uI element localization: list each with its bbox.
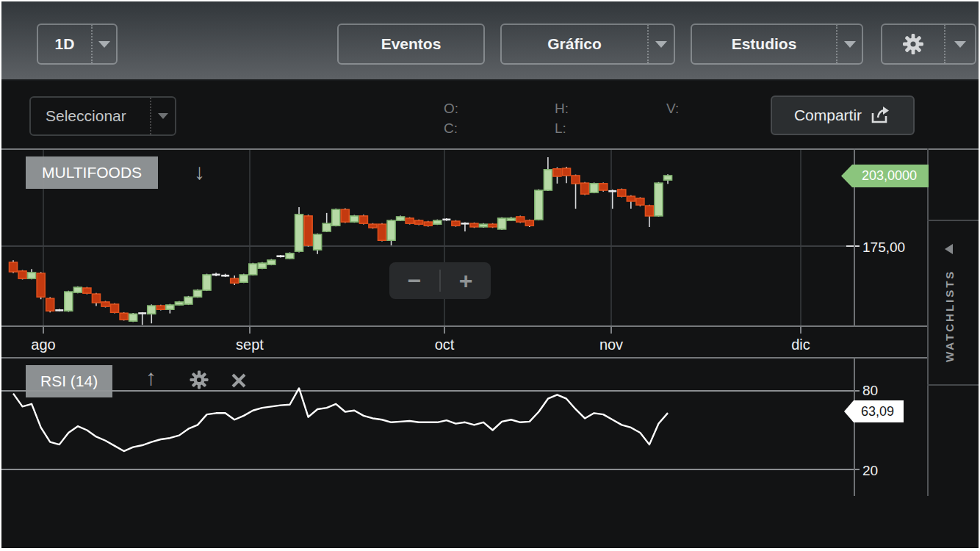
chevron-down-icon bbox=[158, 113, 168, 119]
chart-type-dropdown[interactable] bbox=[647, 25, 674, 63]
chart-type-label[interactable]: Gráfico bbox=[502, 25, 647, 63]
chevron-down-icon bbox=[954, 41, 966, 48]
rsi-upper-label: 80 bbox=[862, 383, 878, 399]
interval-button[interactable]: 1D bbox=[37, 24, 118, 65]
interval-dropdown[interactable] bbox=[91, 25, 116, 63]
time-axis-tick bbox=[444, 327, 445, 334]
time-axis-label: dic bbox=[791, 336, 810, 353]
share-label: Compartir bbox=[794, 107, 862, 124]
chevron-down-icon bbox=[98, 41, 110, 48]
chart-type-button[interactable]: Gráfico bbox=[500, 24, 675, 65]
symbol-select-dropdown[interactable] bbox=[150, 98, 175, 134]
events-button[interactable]: Eventos bbox=[337, 24, 485, 65]
settings-dropdown[interactable] bbox=[944, 25, 975, 63]
high-label: H: bbox=[555, 101, 569, 117]
zoom-control: − + bbox=[389, 262, 491, 299]
sidebar-border bbox=[927, 148, 929, 496]
studies-dropdown[interactable] bbox=[836, 25, 862, 63]
rsi-settings-button[interactable] bbox=[189, 370, 209, 393]
rsi-badge: RSI (14) bbox=[26, 365, 112, 397]
open-label: O: bbox=[444, 101, 458, 117]
rsi-close-button[interactable] bbox=[231, 372, 247, 392]
chart-app: 1D Eventos Gráfico Estudios bbox=[1, 1, 979, 548]
time-axis-tick bbox=[800, 327, 801, 334]
last-price-badge: 203,0000 bbox=[841, 165, 929, 187]
share-button[interactable]: Compartir bbox=[771, 96, 915, 135]
time-axis-tick bbox=[249, 327, 251, 334]
watchlists-tab-top-border bbox=[927, 220, 979, 221]
studies-label[interactable]: Estudios bbox=[692, 25, 836, 63]
chevron-down-icon bbox=[655, 41, 667, 48]
studies-button[interactable]: Estudios bbox=[691, 24, 863, 65]
watchlists-expand-icon[interactable] bbox=[945, 244, 953, 254]
close-label: C: bbox=[444, 120, 458, 137]
zoom-out-button[interactable]: − bbox=[389, 264, 439, 298]
collapse-arrow-icon[interactable]: ↓ bbox=[194, 161, 205, 183]
time-axis-label: sept bbox=[236, 336, 264, 353]
symbol-select-button[interactable]: Seleccionar bbox=[29, 96, 176, 136]
rsi-lower-label: 20 bbox=[862, 463, 878, 479]
screen: 1D Eventos Gráfico Estudios bbox=[0, 0, 980, 551]
time-axis-label: ago bbox=[31, 336, 55, 353]
time-axis-tick bbox=[610, 327, 612, 334]
symbol-select-label[interactable]: Seleccionar bbox=[31, 98, 150, 134]
rsi-axis-line bbox=[854, 357, 855, 496]
share-icon bbox=[869, 105, 891, 126]
chart-bottom-border bbox=[1, 325, 929, 327]
rsi-value-badge: 63,09 bbox=[844, 400, 904, 422]
low-label: L: bbox=[555, 120, 566, 137]
interval-label[interactable]: 1D bbox=[38, 25, 91, 63]
gear-icon[interactable] bbox=[882, 25, 944, 63]
time-axis-label: nov bbox=[599, 336, 623, 353]
price-tick-label: 175,00 bbox=[862, 240, 905, 256]
events-label[interactable]: Eventos bbox=[339, 25, 483, 63]
gear-icon bbox=[189, 370, 209, 390]
zoom-in-button[interactable]: + bbox=[441, 264, 491, 298]
expand-arrow-icon[interactable]: ↑ bbox=[145, 367, 156, 389]
settings-button[interactable] bbox=[881, 24, 976, 65]
rsi-chart[interactable] bbox=[1, 359, 868, 496]
chevron-down-icon bbox=[844, 41, 856, 48]
watchlists-tab-bottom-border bbox=[927, 384, 979, 386]
time-axis-tick bbox=[43, 327, 44, 334]
watchlists-tab[interactable]: WATCHLISTS bbox=[943, 262, 964, 370]
top-toolbar: 1D Eventos Gráfico Estudios bbox=[1, 1, 979, 81]
close-icon bbox=[231, 372, 247, 389]
time-axis-label: oct bbox=[435, 336, 455, 353]
symbol-badge: MULTIFOODS bbox=[26, 156, 158, 189]
volume-label: V: bbox=[666, 101, 679, 117]
